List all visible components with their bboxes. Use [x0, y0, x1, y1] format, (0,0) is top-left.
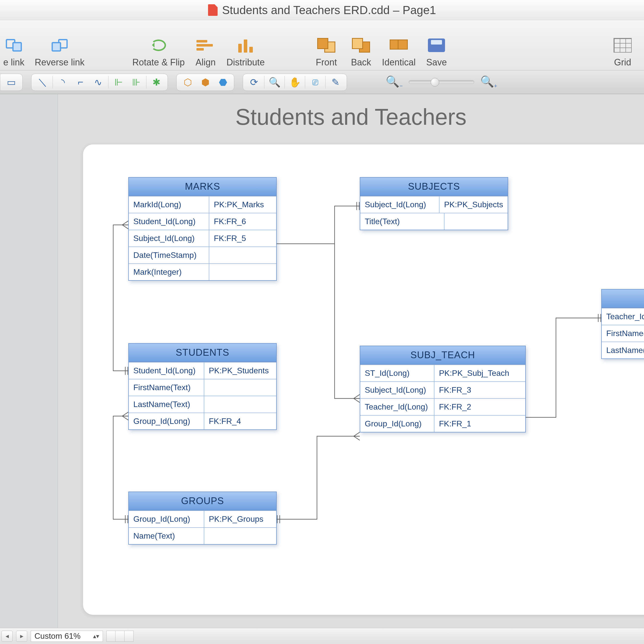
zoom-slider-knob[interactable] [431, 78, 439, 87]
curve-tool-button[interactable]: ∿ [91, 75, 106, 89]
elbow-tool-button[interactable]: ⌐ [73, 75, 88, 89]
left-gutter [0, 94, 58, 628]
field: LastName(Te [602, 342, 644, 358]
paper: MARKS MarkId(Long)PK:PK_Marks Student_Id… [83, 144, 644, 615]
entity-groups-header: GROUPS [129, 492, 276, 510]
field: Title(Text) [360, 213, 445, 230]
separator [325, 76, 326, 89]
key: FK:FR_3 [434, 382, 525, 398]
route-h-tool-button[interactable]: ⊩ [111, 75, 126, 89]
view-mode-3[interactable] [125, 631, 134, 642]
rotate-icon [149, 38, 168, 53]
make-link-button[interactable]: e link [0, 38, 28, 68]
main-toolbar: e link Reverse link Rotate & Flip Align … [0, 20, 644, 70]
field: Subject_Id(Long) [360, 196, 439, 213]
zoom-tool-button[interactable]: 🔍 [267, 75, 282, 89]
entity-students-header: STUDENTS [129, 344, 276, 362]
stamp-tool-button[interactable]: ⎚ [308, 75, 323, 89]
identical-icon [390, 38, 408, 53]
align-icon [196, 38, 215, 53]
field: Student_Id(Long) [129, 213, 209, 230]
branch-tool-button[interactable]: ✱ [149, 75, 164, 89]
union-tool-button[interactable]: ⬡ [180, 75, 195, 89]
scroll-right-button[interactable]: ▸ [16, 631, 27, 642]
field: Group_Id(Long) [360, 416, 434, 432]
key: PK:PK_Subjects [439, 196, 508, 213]
eyedropper-tool-button[interactable]: ✎ [328, 75, 343, 89]
pointer-tool-button[interactable]: ▭ [4, 75, 19, 89]
send-back-button[interactable]: Back [347, 38, 375, 68]
entity-teachers[interactable]: T Teacher_Id(L FirstName(Te LastName(Te [601, 289, 644, 359]
field: Date(TimeStamp) [129, 247, 209, 263]
entity-teachers-header: T [602, 290, 644, 308]
zoom-in-button[interactable]: 🔍+ [480, 75, 497, 89]
intersect-tool-button[interactable]: ⬢ [198, 75, 213, 89]
window-titlebar: Students and Teachers ERD.cdd – Page1 [0, 0, 644, 20]
key [204, 379, 276, 396]
key: FK:FR_6 [209, 213, 276, 230]
secondary-toolbar: ▭ ＼ ◝ ⌐ ∿ ⊩ ⊪ ✱ ⬡ ⬢ ⬣ ⟳ 🔍 ✋ ⎚ ✎ 🔍− 🔍+ [0, 70, 644, 94]
distribute-button[interactable]: Distribute [226, 38, 265, 68]
order-group: Front Back Identical Save [312, 38, 450, 68]
reverse-link-label: Reverse link [35, 57, 85, 68]
entity-marks[interactable]: MARKS MarkId(Long)PK:PK_Marks Student_Id… [128, 177, 277, 281]
entity-subjects[interactable]: SUBJECTS Subject_Id(Long)PK:PK_Subjects … [360, 177, 508, 230]
field: Group_Id(Long) [129, 511, 204, 527]
grid-label: Grid [614, 57, 631, 68]
entity-subj-teach-header: SUBJ_TEACH [360, 346, 525, 365]
save-button[interactable]: Save [423, 38, 450, 68]
workspace: Students and Teachers [0, 94, 644, 628]
bring-front-button[interactable]: Front [312, 38, 340, 68]
save-icon [427, 38, 446, 53]
view-tools-group: ⟳ 🔍 ✋ ⎚ ✎ [243, 74, 347, 91]
entity-students[interactable]: STUDENTS Student_Id(Long)PK:PK_Students … [128, 343, 277, 430]
key: FK:FR_5 [209, 230, 276, 247]
zoom-out-button[interactable]: 🔍− [386, 75, 403, 89]
entity-groups[interactable]: GROUPS Group_Id(Long)PK:PK_Groups Name(T… [128, 492, 277, 545]
window-title: Students and Teachers ERD.cdd – Page1 [222, 3, 436, 17]
arc-tool-button[interactable]: ◝ [55, 75, 70, 89]
line-tool-button[interactable]: ＼ [35, 75, 50, 89]
connector-group: ＼ ◝ ⌐ ∿ ⊩ ⊪ ✱ [31, 74, 168, 91]
pan-tool-button[interactable]: ✋ [287, 75, 302, 89]
key [445, 213, 508, 230]
view-mode-2[interactable] [115, 631, 125, 642]
field: Subject_Id(Long) [129, 230, 209, 247]
rotate-flip-label: Rotate & Flip [132, 57, 185, 68]
front-label: Front [316, 57, 337, 68]
canvas[interactable]: Students and Teachers [58, 94, 644, 628]
key: FK:FR_1 [434, 416, 525, 432]
align-label: Align [195, 57, 216, 68]
scroll-left-button[interactable]: ◂ [2, 631, 13, 642]
zoom-stepper-icon[interactable]: ▴▾ [93, 633, 99, 640]
entity-subj-teach[interactable]: SUBJ_TEACH ST_Id(Long)PK:PK_Subj_Teach S… [360, 346, 526, 432]
field: MarkId(Long) [129, 196, 209, 213]
field: Subject_Id(Long) [360, 382, 434, 398]
field: ST_Id(Long) [360, 365, 434, 381]
zoom-slider[interactable] [409, 80, 474, 84]
align-button[interactable]: Align [192, 38, 219, 68]
zoom-display[interactable]: Custom 61% ▴▾ [31, 631, 103, 642]
subtract-tool-button[interactable]: ⬣ [215, 75, 230, 89]
rotate-flip-button[interactable]: Rotate & Flip [132, 38, 185, 68]
grid-button[interactable]: Grid [609, 38, 636, 68]
view-mode-switch[interactable] [106, 631, 134, 642]
link-group: e link Reverse link [0, 38, 85, 68]
separator [264, 76, 264, 89]
back-icon [352, 38, 370, 53]
key: FK:FR_4 [204, 413, 276, 429]
identical-button[interactable]: Identical [382, 38, 416, 68]
arrange-group: Rotate & Flip Align Distribute [132, 38, 265, 68]
key: PK:PK_Groups [204, 511, 276, 527]
route-v-tool-button[interactable]: ⊪ [129, 75, 144, 89]
field: Teacher_Id(L [602, 308, 644, 325]
reverse-link-button[interactable]: Reverse link [35, 38, 85, 68]
field: Name(Text) [129, 528, 204, 544]
field: FirstName(Te [602, 325, 644, 342]
view-mode-1[interactable] [106, 631, 115, 642]
reverse-link-icon [51, 38, 69, 53]
key: FK:FR_2 [434, 399, 525, 415]
refresh-button[interactable]: ⟳ [247, 75, 262, 89]
key [204, 396, 276, 413]
status-bar: ◂ ▸ Custom 61% ▴▾ [0, 628, 644, 644]
